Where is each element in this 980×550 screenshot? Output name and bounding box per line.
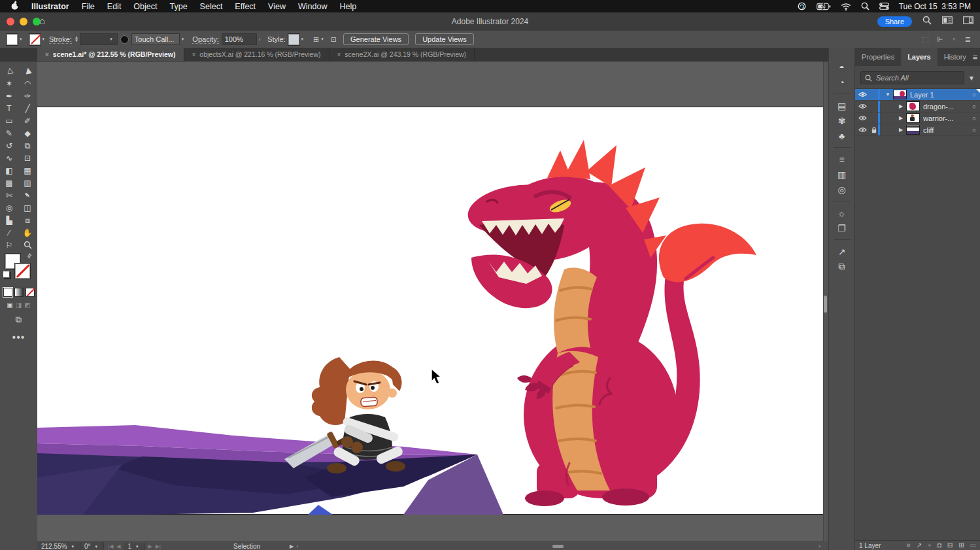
collect-export-icon[interactable]: ⌗ [907,541,911,549]
first-artboard-icon[interactable]: |◀ [108,543,113,549]
menu-effect[interactable]: Effect [235,2,256,11]
vertical-scrollbar-thumb[interactable] [824,296,827,313]
layer-row-dragon[interactable]: ▶ dragon-... ○ [855,101,980,112]
snap-dropdown-icon[interactable]: ▾ [953,37,955,42]
color-guide-icon[interactable]: ◔ [834,75,851,90]
style-dropdown-icon[interactable]: ▾ [301,37,304,42]
draw-behind-icon[interactable]: ◨ [16,301,22,309]
spotlight-icon[interactable] [861,2,870,10]
menu-illustrator[interactable]: Illustrator [31,2,69,11]
canvas[interactable] [37,61,823,541]
line-segment-tool[interactable]: ╱ [20,103,35,114]
rotate-tool[interactable]: ↺ [2,140,16,151]
layer-thumbnail[interactable] [906,101,920,111]
creative-cloud-icon[interactable] [797,2,807,10]
knife-tool[interactable]: ∕ [2,227,16,238]
style-swatch[interactable] [288,34,299,45]
new-sublayer-icon[interactable]: ⊟ [947,541,953,549]
layer-row-cliff[interactable]: ▶ cliff ○ [855,124,980,136]
layer-thumbnail[interactable] [906,125,920,135]
gradient-panel-icon[interactable]: ▥ [834,167,851,182]
target-circle-icon[interactable]: ○ [968,127,980,133]
menu-view[interactable]: View [268,2,286,11]
edit-toolbar-icon[interactable]: ••• [0,332,37,343]
stroke-label[interactable]: Stroke: [49,35,72,44]
export-selection-icon[interactable]: ↗ [917,541,922,549]
shaper-tool[interactable]: ✎ [2,128,16,139]
brush-dropdown-icon[interactable]: ▾ [182,37,184,42]
generate-views-button[interactable]: Generate Views [343,33,409,45]
layer-row-layer1[interactable]: ▼ Layer 1 ○ [855,89,980,101]
visibility-toggle[interactable] [855,127,870,133]
layer-name[interactable]: dragon-... [923,103,968,111]
mesh-tool[interactable]: ▩ [2,177,16,188]
brushes-icon[interactable]: ✾ [834,113,851,128]
layer-thumbnail[interactable] [906,113,920,123]
apple-menu-icon[interactable] [10,1,19,12]
make-clipping-mask-icon[interactable]: ◘ [938,541,941,549]
control-menu-icon[interactable]: ≣ [965,35,971,44]
opacity-label[interactable]: Opacity: [192,35,218,44]
default-fill-stroke-icon[interactable] [3,271,10,278]
stroke-color-box[interactable] [15,264,30,279]
layer-row-warrior[interactable]: ▶ warrior-... ○ [855,112,980,124]
draw-inside-icon[interactable]: ◩ [24,301,30,309]
blend-tool[interactable]: ◎ [2,202,16,213]
menu-window[interactable]: Window [298,2,327,11]
opacity-field[interactable]: 100% [222,33,257,45]
status-expand-icon[interactable]: ▶ ‹ [290,543,298,549]
delete-layer-icon[interactable]: ▭ [970,541,976,549]
close-tab-icon[interactable]: × [45,51,49,58]
target-circle-icon[interactable]: ○ [968,115,980,122]
direct-selection-tool[interactable]: ▶ [21,63,35,79]
gradient-tool[interactable]: ▥ [20,177,35,188]
collapse-chevron-icon[interactable]: ▼ [884,92,892,97]
swatches-icon[interactable]: ▤ [834,98,851,113]
slice-tool[interactable]: ✄ [2,190,16,201]
horizontal-scrollbar-thumb[interactable] [552,545,564,548]
snap-options-icon[interactable]: ⊩ [937,35,943,44]
expand-chevron-icon[interactable]: ▶ [897,103,905,109]
fill-swatch[interactable] [7,34,18,45]
menubar-clock[interactable]: Tue Oct 15 3:53 PM [899,2,971,11]
opacity-expand-icon[interactable]: › [259,37,260,42]
last-artboard-icon[interactable]: ▶| [156,543,161,549]
paintbrush-tool[interactable]: ✐ [20,115,35,126]
graph-tool[interactable]: ▙ [2,215,16,226]
eraser-tool[interactable]: ◆ [20,128,35,139]
expand-chevron-icon[interactable]: ▶ [897,127,905,133]
stroke-swatch[interactable] [29,34,41,45]
visibility-toggle[interactable] [855,115,870,121]
pen-tool[interactable]: ✒ [2,90,16,101]
document-tab-objectsx[interactable]: × objectsX.ai @ 221.16 % (RGB/Preview) [184,48,329,61]
appearance-panel-icon[interactable]: ☼ [834,205,851,220]
status-tool-name[interactable]: Selection [233,543,260,550]
share-button[interactable]: Share [877,16,912,27]
gradient-fill-button[interactable] [14,288,24,297]
artboard[interactable] [37,107,823,515]
symbol-sprayer-tool[interactable]: ◫ [20,202,35,213]
panel-toggle-icon[interactable] [963,16,973,26]
scroll-right-icon[interactable]: › [819,543,820,549]
symbols-icon[interactable]: ♣ [834,128,851,143]
selection-tool[interactable]: ▷ [3,63,16,79]
export-panel-icon[interactable]: ↗ [834,244,851,259]
stroke-weight-field[interactable]: ▾ [80,33,118,45]
magic-wand-tool[interactable]: ✶ [2,78,16,89]
curvature-tool[interactable]: ✑ [20,90,35,101]
type-tool[interactable]: T [2,103,16,114]
next-artboard-icon[interactable]: ▶ [148,543,152,549]
hand-tool[interactable]: ✋ [20,227,35,238]
close-tab-icon[interactable]: × [192,51,196,58]
isolate-selection-icon[interactable]: ⊞ [313,35,319,44]
none-fill-button[interactable] [25,288,35,297]
swap-fill-stroke-icon[interactable]: ⇄ [25,252,33,260]
free-transform-tool[interactable]: ⊡ [20,152,35,163]
visibility-toggle[interactable] [855,92,870,97]
layer-name[interactable]: cliff [923,126,968,134]
artboard-tool[interactable]: ⧈ [20,215,35,226]
document-tab-scene1[interactable]: × scene1.ai* @ 212.55 % (RGB/Preview) [37,48,184,61]
menu-edit[interactable]: Edit [107,2,122,11]
stroke-panel-icon[interactable]: ≡ [834,152,851,167]
layer-name[interactable]: Layer 1 [910,91,968,99]
